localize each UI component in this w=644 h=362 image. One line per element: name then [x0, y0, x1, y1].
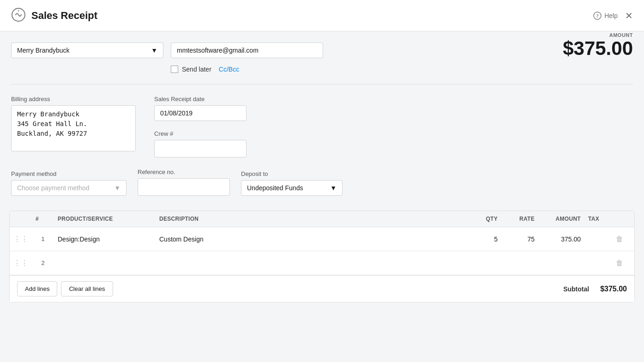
amount-1: 375.00 [538, 232, 584, 247]
delete-cell-2: 🗑 [612, 255, 634, 271]
amount-2 [538, 259, 584, 267]
rate-2[interactable] [501, 259, 538, 267]
deposit-select[interactable]: Undeposited Funds ▼ [241, 180, 343, 196]
col-rate: RATE [501, 216, 538, 222]
main-content: Merry Brandybuck ▼ Send later Cc/Bcc Bil… [0, 31, 644, 302]
row-num-1: 1 [32, 232, 54, 246]
payment-row: Payment method Choose payment method ▼ R… [11, 169, 633, 196]
delete-row-2-button[interactable]: 🗑 [616, 259, 623, 267]
delete-row-1-button[interactable]: 🗑 [616, 235, 623, 243]
crew-label: Crew # [154, 130, 247, 137]
col-tax: TAX [584, 216, 612, 222]
divider-1 [11, 84, 633, 84]
sales-receipt-icon [11, 7, 26, 24]
col-description: DESCRIPTION [156, 216, 464, 222]
help-icon: ? [593, 12, 602, 20]
help-button[interactable]: ? Help [593, 12, 618, 20]
customer-name: Merry Brandybuck [17, 47, 70, 54]
receipt-date-label: Sales Receipt date [154, 96, 247, 103]
reference-input[interactable] [138, 178, 230, 196]
receipt-date-input[interactable] [154, 105, 247, 121]
subtotal-value: $375.00 [600, 285, 627, 293]
email-input[interactable] [171, 42, 323, 58]
header-right: ? Help ✕ [593, 10, 633, 21]
qty-1[interactable]: 5 [464, 232, 501, 247]
tax-2 [584, 259, 612, 267]
clear-all-lines-button[interactable]: Clear all lines [61, 281, 113, 296]
drag-handle-1[interactable]: ⋮⋮ [10, 231, 32, 247]
amount-area: AMOUNT $375.00 [563, 32, 633, 59]
subtotal-label: Subtotal [563, 285, 589, 293]
table-row: ⋮⋮ 1 Design:Design Custom Design 5 75 37… [10, 227, 634, 251]
deposit-dropdown-icon: ▼ [330, 184, 337, 192]
payment-method-select[interactable]: Choose payment method ▼ [11, 180, 126, 196]
billing-address-group: Billing address Merry Brandybuck 345 Gre… [11, 96, 136, 157]
deposit-label: Deposit to [241, 170, 343, 177]
header-left: Sales Receipt [11, 7, 97, 24]
cc-bcc-link[interactable]: Cc/Bcc [219, 66, 239, 73]
billing-label: Billing address [11, 96, 136, 103]
close-button[interactable]: ✕ [625, 10, 633, 21]
receipt-date-group: Sales Receipt date [154, 96, 247, 121]
customer-row: Merry Brandybuck ▼ [11, 42, 633, 58]
crew-input[interactable] [154, 140, 247, 157]
row-num-2: 2 [32, 256, 54, 270]
drag-handle-2[interactable]: ⋮⋮ [10, 255, 32, 271]
payment-method-group: Payment method Choose payment method ▼ [11, 170, 126, 196]
product-2[interactable] [54, 259, 156, 267]
page-title: Sales Receipt [31, 10, 97, 22]
billing-textarea[interactable]: Merry Brandybuck 345 Great Hall Ln. Buck… [11, 105, 136, 151]
reference-group: Reference no. [138, 169, 230, 196]
col-drag [10, 216, 32, 222]
col-product: PRODUCT/SERVICE [54, 216, 156, 222]
add-lines-button[interactable]: Add lines [17, 281, 57, 296]
customer-select[interactable]: Merry Brandybuck ▼ [11, 42, 163, 58]
rate-1[interactable]: 75 [501, 232, 538, 247]
product-1[interactable]: Design:Design [54, 232, 156, 247]
col-delete [612, 216, 634, 222]
deposit-group: Deposit to Undeposited Funds ▼ [241, 170, 343, 196]
col-num: # [32, 216, 54, 222]
crew-group: Crew # [154, 130, 247, 157]
svg-text:?: ? [596, 13, 599, 18]
table-row: ⋮⋮ 2 🗑 [10, 251, 634, 275]
page-container: Sales Receipt ? Help ✕ AMOUNT $375.00 Me… [0, 0, 644, 362]
description-1[interactable]: Custom Design [156, 232, 464, 247]
send-later-row: Send later Cc/Bcc [171, 66, 633, 73]
qty-2[interactable] [464, 259, 501, 267]
table-footer-left: Add lines Clear all lines [17, 281, 113, 296]
send-later-checkbox[interactable] [171, 66, 178, 73]
table-footer: Add lines Clear all lines Subtotal $375.… [10, 275, 634, 302]
table-footer-right: Subtotal $375.00 [563, 285, 627, 293]
deposit-value: Undeposited Funds [247, 184, 303, 192]
header: Sales Receipt ? Help ✕ [0, 0, 644, 31]
form-section-billing: Billing address Merry Brandybuck 345 Gre… [11, 96, 633, 157]
col-qty: QTY [464, 216, 501, 222]
col-amount: AMOUNT [538, 216, 584, 222]
payment-method-label: Payment method [11, 170, 126, 177]
description-2[interactable] [156, 259, 464, 267]
send-later-check: Send later [171, 66, 211, 73]
payment-dropdown-icon: ▼ [114, 184, 120, 192]
amount-value: $375.00 [563, 38, 633, 59]
send-later-label: Send later [182, 66, 211, 73]
customer-dropdown-icon: ▼ [151, 47, 157, 54]
table-header: # PRODUCT/SERVICE DESCRIPTION QTY RATE A… [10, 211, 634, 227]
payment-placeholder: Choose payment method [17, 184, 89, 192]
line-items-table: # PRODUCT/SERVICE DESCRIPTION QTY RATE A… [9, 211, 635, 302]
tax-1 [584, 235, 612, 243]
reference-label: Reference no. [138, 169, 230, 175]
delete-cell-1: 🗑 [612, 231, 634, 247]
